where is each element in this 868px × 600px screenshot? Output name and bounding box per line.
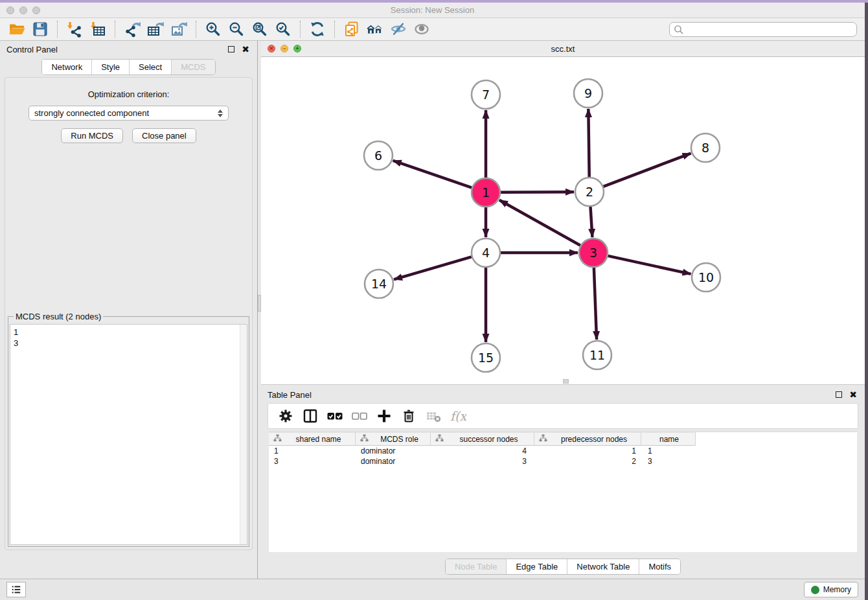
apply-layout-icon[interactable]: [308, 20, 327, 38]
hide-selected-icon[interactable]: [389, 20, 408, 38]
function-builder-icon[interactable]: f(x): [450, 408, 466, 424]
first-neighbors-icon[interactable]: [365, 20, 385, 38]
unselect-all-columns-icon[interactable]: [351, 408, 368, 424]
search-icon: [674, 25, 684, 35]
export-image-icon[interactable]: [169, 20, 188, 38]
import-network-icon[interactable]: [65, 20, 84, 38]
search-field[interactable]: [669, 22, 857, 37]
edge-3-10[interactable]: [608, 256, 691, 274]
optimization-criterion-label: Optimization criterion:: [5, 89, 252, 99]
tab-select[interactable]: Select: [129, 60, 171, 75]
edge-1-6[interactable]: [393, 161, 472, 188]
search-input[interactable]: [684, 24, 856, 36]
memory-button[interactable]: Memory: [804, 582, 858, 597]
zoom-out-icon[interactable]: [227, 20, 246, 38]
close-panel-button[interactable]: ✖: [240, 44, 251, 54]
edge-2-9[interactable]: [588, 109, 589, 177]
column-header-successor-nodes[interactable]: successor nodes: [431, 432, 534, 446]
memory-status-icon: [811, 586, 819, 594]
node-10[interactable]: 10: [692, 263, 720, 292]
edge-1-2[interactable]: [501, 192, 574, 192]
column-header-predecessor-nodes[interactable]: predecessor nodes: [534, 432, 641, 446]
run-mcds-button[interactable]: Run MCDS: [61, 128, 123, 143]
svg-text:15: 15: [478, 351, 494, 365]
network-frame-titlebar: scc.txt ✕ − +: [261, 41, 865, 57]
tab-style[interactable]: Style: [91, 60, 129, 75]
svg-text:2: 2: [586, 185, 593, 199]
tab-network-table[interactable]: Network Table: [567, 559, 639, 574]
column-header-MCDS-role[interactable]: MCDS role: [356, 432, 431, 446]
svg-text:9: 9: [584, 86, 592, 100]
control-panel-title: Control Panel: [6, 45, 222, 54]
node-8[interactable]: 8: [691, 133, 720, 162]
table-cell: dominator: [356, 446, 431, 456]
node-9[interactable]: 9: [574, 79, 602, 108]
duplicate-network-icon[interactable]: [342, 20, 361, 38]
table-close-panel-button[interactable]: ✖: [848, 389, 858, 400]
mcds-result-line: 3: [10, 338, 247, 349]
show-columns-icon[interactable]: [302, 408, 319, 424]
canvas-resize-grip[interactable]: [563, 379, 569, 384]
network-graph: 7968124314101511: [261, 57, 865, 384]
node-11[interactable]: 11: [583, 341, 611, 369]
delete-table-icon[interactable]: [425, 408, 442, 424]
node-4[interactable]: 4: [472, 238, 500, 267]
add-column-icon[interactable]: [376, 408, 393, 424]
minimize-window-button[interactable]: [19, 6, 27, 14]
tab-mcds[interactable]: MCDS: [171, 60, 214, 75]
zoom-selected-icon[interactable]: [273, 20, 293, 38]
zoom-window-button[interactable]: [32, 6, 40, 14]
export-network-icon[interactable]: [122, 20, 142, 38]
edge-2-8[interactable]: [604, 154, 691, 187]
export-table-icon[interactable]: [146, 20, 165, 38]
table-options-icon[interactable]: [277, 408, 294, 424]
table-float-panel-button[interactable]: [834, 389, 844, 400]
column-header-name[interactable]: name: [641, 432, 696, 446]
frame-minimize-button[interactable]: −: [280, 45, 288, 52]
mcds-result-list[interactable]: 13: [10, 324, 247, 545]
zoom-in-icon[interactable]: [203, 20, 223, 38]
open-session-icon[interactable]: [7, 20, 27, 38]
frame-maximize-button[interactable]: +: [293, 45, 301, 52]
float-panel-button[interactable]: [226, 44, 236, 54]
edge-2-3[interactable]: [590, 207, 592, 237]
save-session-icon[interactable]: [30, 20, 50, 38]
status-bar: Memory: [0, 579, 865, 600]
delete-column-icon[interactable]: [400, 408, 417, 424]
attribute-type-icon: [435, 434, 446, 444]
select-all-columns-icon[interactable]: [326, 408, 343, 424]
memory-label: Memory: [823, 585, 851, 594]
zoom-fit-icon[interactable]: [250, 20, 269, 38]
table-row[interactable]: 3dominator323: [269, 456, 857, 467]
scrollbar-track[interactable]: [240, 325, 247, 544]
node-2[interactable]: 2: [575, 178, 604, 206]
task-history-button[interactable]: [6, 582, 26, 597]
node-1[interactable]: 1: [472, 178, 500, 207]
float-icon: [228, 46, 234, 52]
node-14[interactable]: 14: [365, 270, 393, 298]
tab-node-table[interactable]: Node Table: [446, 559, 507, 574]
column-header-shared-name[interactable]: shared name: [269, 432, 356, 446]
tab-network[interactable]: Network: [42, 60, 91, 75]
criterion-select[interactable]: strongly connected component: [29, 106, 229, 121]
close-panel-button-2[interactable]: Close panel: [132, 128, 196, 143]
close-window-button[interactable]: [6, 6, 14, 14]
table-cell: 3: [269, 457, 356, 466]
table-row[interactable]: 1dominator411: [269, 446, 857, 456]
node-6[interactable]: 6: [364, 141, 393, 170]
import-table-icon[interactable]: [88, 20, 108, 38]
network-canvas[interactable]: 7968124314101511: [261, 57, 865, 384]
edge-4-14[interactable]: [394, 257, 472, 279]
mcds-result-group: MCDS result (2 nodes) 13: [8, 316, 249, 547]
node-3[interactable]: 3: [579, 238, 608, 267]
show-all-icon[interactable]: [412, 20, 431, 38]
table-panel-title: Table Panel: [268, 390, 830, 400]
edge-3-1[interactable]: [499, 200, 580, 246]
node-7[interactable]: 7: [472, 80, 500, 109]
tab-motifs[interactable]: Motifs: [639, 559, 680, 574]
edge-3-11[interactable]: [594, 268, 597, 340]
list-icon: [10, 584, 22, 595]
tab-edge-table[interactable]: Edge Table: [506, 559, 567, 574]
frame-close-button[interactable]: ✕: [268, 45, 275, 52]
node-15[interactable]: 15: [472, 343, 500, 372]
